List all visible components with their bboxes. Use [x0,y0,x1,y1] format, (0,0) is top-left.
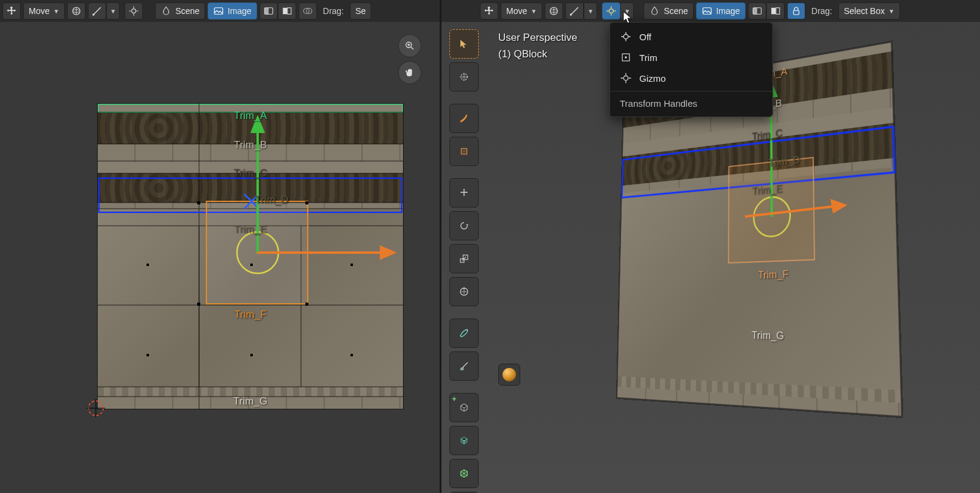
transform-mode-dropdown[interactable]: Move ▼ [501,2,542,20]
zoom-button[interactable] [398,34,421,57]
svg-rect-59 [703,8,711,15]
viewport-uv[interactable]: Move ▼ ▼ Scene [0,0,440,493]
transform-mode-label: Move [506,6,527,16]
svg-rect-28 [147,264,149,266]
menu-item-gizmo[interactable]: Gizmo [610,68,772,88]
svg-rect-33 [350,354,353,356]
image-icon [213,5,224,16]
globe-icon [548,5,559,16]
snap-button[interactable] [88,2,106,20]
tool-scale[interactable] [449,244,479,273]
scene-label: Scene [175,6,200,16]
svg-point-2 [92,13,94,15]
lock-icon [791,5,802,16]
svg-rect-31 [147,354,149,356]
overlay-split-a-button[interactable] [260,2,278,20]
snap-options-dropdown[interactable]: ▼ [106,2,120,20]
viewport-info-line-2: (1) QBlock [498,46,577,62]
tool-extrude[interactable] [449,137,479,166]
svg-marker-70 [466,225,469,226]
drag-mode-dropdown[interactable]: Se [350,2,371,20]
tool-qblock-a[interactable] [449,426,479,455]
cursor-3d-icon [85,398,106,419]
svg-rect-64 [793,10,799,15]
gizmo-icon [620,72,632,84]
droplet-icon [649,5,660,16]
orientation-icon-button[interactable] [2,2,21,20]
hand-icon [404,67,415,78]
edge-icon [569,5,580,16]
svg-point-80 [623,76,628,81]
transform-handles-menu: Off Trim Gizmo Transform Handles [609,22,773,117]
split-stack-icon [281,5,292,16]
transform-mode-dropdown[interactable]: Move ▼ [23,2,65,20]
droplet-icon [161,5,172,16]
transform-mode-label: Move [29,6,49,16]
chevron-down-icon: ▼ [110,8,116,15]
move-arrows-icon [484,5,495,16]
gizmo-pivot-icon [128,5,139,16]
menu-separator [610,91,772,92]
orientation-icon-button[interactable] [480,2,498,20]
orientation-global-button[interactable] [67,2,85,20]
drag-mode-dropdown[interactable]: Select Box ▼ [838,2,900,20]
svg-point-57 [570,13,572,15]
viewport-divider[interactable] [440,0,441,493]
svg-rect-36 [197,303,200,306]
menu-item-off[interactable]: Off [610,26,772,47]
gizmo-pivot-button[interactable] [602,2,620,20]
overlay-split-b-button[interactable] [278,2,296,20]
drag-label: Drag: [808,6,836,16]
header-right: Move ▼ ▼ ▼ Scene [440,0,980,22]
tool-move[interactable] [449,178,479,207]
tool-measure[interactable] [449,351,479,381]
overlay-split-b-button[interactable] [766,2,785,20]
menu-item-trim[interactable]: Trim [610,47,772,68]
globe-icon [71,5,82,16]
svg-marker-43 [250,115,265,133]
scene-pivot-button[interactable]: Scene [644,2,694,20]
tool-transform[interactable] [449,277,479,306]
split-half-icon [752,5,763,16]
edge-icon [92,5,103,16]
shading-mode-button[interactable] [498,364,520,386]
tool-rotate[interactable] [449,211,479,240]
tool-knife[interactable] [449,104,479,133]
image-icon [702,5,713,16]
svg-rect-30 [350,264,353,266]
drag-mode-label: Se [355,6,366,16]
image-label: Image [228,6,252,16]
tool-annotate[interactable] [449,318,479,348]
svg-rect-6 [264,8,269,15]
gizmo-pivot-button[interactable] [125,2,143,20]
chevron-down-icon: ▼ [587,8,593,15]
svg-rect-34 [197,201,200,204]
pan-button[interactable] [398,61,421,84]
scene-pivot-button[interactable]: Scene [155,2,205,20]
orientation-global-button[interactable] [545,2,563,20]
lock-button[interactable] [787,2,805,20]
svg-rect-32 [250,354,253,356]
drag-mode-label: Select Box [844,6,885,16]
snap-options-dropdown[interactable]: ▼ [584,2,597,20]
tool-cursor[interactable] [449,62,479,92]
viewport-3d[interactable]: Move ▼ ▼ ▼ Scene [440,0,980,493]
image-label: Image [716,6,740,16]
overlay-split-a-button[interactable] [748,2,766,20]
chevron-down-icon: ▼ [888,8,895,15]
uv-texture-canvas[interactable]: Trim_A Trim_B Trim_C Trim_D Trim_E Trim_… [98,104,403,409]
scene-label: Scene [664,6,688,16]
image-mode-button[interactable]: Image [208,2,257,20]
svg-rect-8 [288,8,291,15]
tool-add-cube[interactable]: + [449,393,479,422]
image-mode-button[interactable]: Image [696,2,746,20]
overlay-toggle-button[interactable] [299,2,317,20]
trim-icon [620,51,632,63]
snap-button[interactable] [565,2,584,20]
toolbar-3d: + [449,29,479,493]
svg-point-79 [625,56,626,58]
svg-rect-29 [250,264,253,266]
tool-qblock-b[interactable] [449,459,479,488]
svg-point-77 [623,34,628,39]
tool-select[interactable] [449,29,479,59]
